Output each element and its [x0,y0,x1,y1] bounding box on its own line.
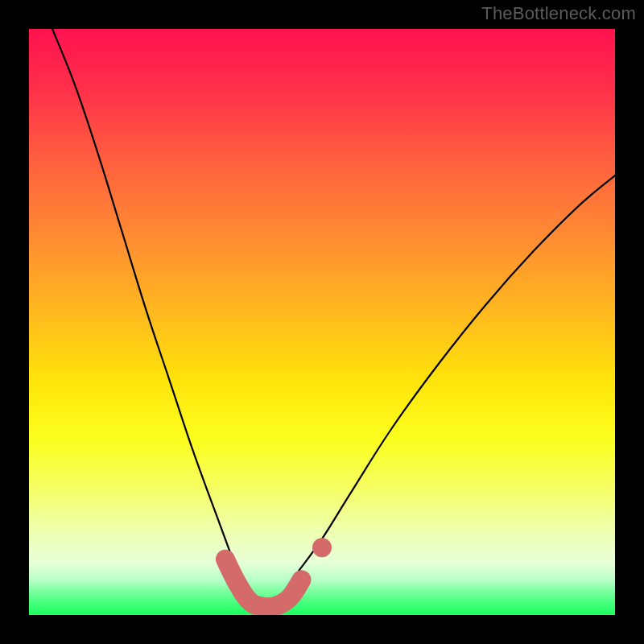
watermark-text: TheBottleneck.com [481,3,636,24]
chart-frame: TheBottleneck.com [0,0,644,644]
heat-gradient-background [29,29,615,615]
plot-area [29,29,615,615]
